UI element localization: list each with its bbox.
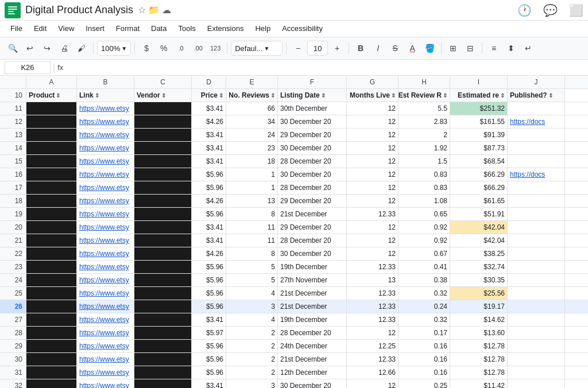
cell-j[interactable] (508, 208, 565, 220)
cell-b[interactable]: https://www.etsy (77, 102, 134, 115)
row-number[interactable]: 12 (0, 115, 26, 128)
cell-b[interactable]: https://www.etsy (77, 181, 134, 194)
search-button[interactable]: 🔍 (5, 40, 21, 56)
menu-extensions[interactable]: Extensions (202, 21, 250, 37)
cell-j[interactable] (508, 313, 565, 326)
decimal-more-button[interactable]: .00 (190, 40, 206, 56)
formula-input[interactable] (65, 61, 583, 74)
menu-insert[interactable]: Insert (80, 21, 110, 37)
header-cell-f[interactable]: Listing Date⇕ (278, 89, 347, 102)
cell-j[interactable] (508, 327, 565, 339)
row-number[interactable]: 23 (0, 261, 26, 273)
row-number[interactable]: 18 (0, 195, 26, 207)
font-name-dropdown[interactable]: Defaul... ▼ (231, 41, 283, 56)
cell-reference-input[interactable] (5, 61, 51, 74)
col-header-i[interactable]: I (450, 76, 508, 88)
font-size-dropdown[interactable]: 10 (307, 41, 328, 56)
row-number[interactable]: 22 (0, 247, 26, 260)
row-number[interactable]: 10 (0, 89, 26, 102)
col-header-c[interactable]: C (134, 76, 192, 88)
header-cell-d[interactable]: Price⇕ (192, 89, 226, 102)
cell-b[interactable]: https://www.etsy (77, 300, 134, 313)
cell-b[interactable]: https://www.etsy (77, 142, 134, 154)
valign-button[interactable]: ⬍ (503, 40, 519, 56)
cell-j[interactable] (508, 221, 565, 234)
sort-icon-d[interactable]: ⇕ (219, 92, 223, 99)
menu-format[interactable]: Format (110, 21, 145, 37)
row-number[interactable]: 24 (0, 274, 26, 286)
cell-j[interactable] (508, 353, 565, 366)
header-cell-j[interactable]: Published?⇕ (508, 89, 565, 102)
cell-b[interactable]: https://www.etsy (77, 379, 134, 388)
menu-edit[interactable]: Edit (28, 21, 52, 37)
cell-b[interactable]: https://www.etsy (77, 168, 134, 181)
row-number[interactable]: 17 (0, 181, 26, 194)
cell-b[interactable]: https://www.etsy (77, 247, 134, 260)
cell-b[interactable]: https://www.etsy (77, 287, 134, 300)
cell-b[interactable]: https://www.etsy (77, 340, 134, 352)
header-cell-i[interactable]: Estimated re⇕ (450, 89, 508, 102)
folder-icon[interactable]: 📁 (148, 5, 160, 15)
percent-button[interactable]: % (156, 40, 172, 56)
col-header-e[interactable]: E (226, 76, 278, 88)
paint-format-button[interactable]: 🖌 (74, 40, 90, 56)
decimal-less-button[interactable]: .0 (173, 40, 189, 56)
cell-b[interactable]: https://www.etsy (77, 353, 134, 366)
menu-tools[interactable]: Tools (172, 21, 201, 37)
row-number[interactable]: 26 (0, 300, 26, 313)
cell-j[interactable] (508, 102, 565, 115)
cell-j[interactable] (508, 366, 565, 379)
wrap-button[interactable]: ↵ (520, 40, 536, 56)
text-color-button[interactable]: A (404, 40, 420, 56)
row-number[interactable]: 13 (0, 129, 26, 141)
cell-j[interactable] (508, 142, 565, 154)
menu-file[interactable]: File (5, 21, 28, 37)
row-number[interactable]: 11 (0, 102, 26, 115)
star-icon[interactable]: ☆ (138, 5, 146, 15)
cell-b[interactable]: https://www.etsy (77, 115, 134, 128)
row-number[interactable]: 30 (0, 353, 26, 366)
undo-button[interactable]: ↩ (22, 40, 38, 56)
col-header-g[interactable]: G (347, 76, 399, 88)
cell-j[interactable] (508, 274, 565, 286)
row-number[interactable]: 31 (0, 366, 26, 379)
header-cell-b[interactable]: Link⇕ (77, 89, 134, 102)
header-cell-c[interactable]: Vendor⇕ (134, 89, 192, 102)
sort-icon-a[interactable]: ⇕ (56, 92, 60, 99)
row-number[interactable]: 20 (0, 221, 26, 234)
cell-j[interactable] (508, 300, 565, 313)
cell-b[interactable]: https://www.etsy (77, 366, 134, 379)
cell-j[interactable]: https://docs (508, 115, 565, 128)
strikethrough-button[interactable]: S (387, 40, 403, 56)
row-number[interactable]: 14 (0, 142, 26, 154)
align-button[interactable]: ≡ (486, 40, 502, 56)
row-number[interactable]: 29 (0, 340, 26, 352)
row-number[interactable]: 25 (0, 287, 26, 300)
cell-j[interactable]: https://docs (508, 168, 565, 181)
sort-icon-b[interactable]: ⇕ (95, 92, 99, 99)
row-number[interactable]: 15 (0, 155, 26, 168)
cell-j[interactable] (508, 181, 565, 194)
cell-j[interactable] (508, 195, 565, 207)
font-size-inc-button[interactable]: + (329, 40, 345, 56)
cell-b[interactable]: https://www.etsy (77, 221, 134, 234)
row-number[interactable]: 27 (0, 313, 26, 326)
cell-j[interactable] (508, 234, 565, 247)
cell-j[interactable] (508, 379, 565, 388)
col-header-f[interactable]: F (278, 76, 347, 88)
menu-accessibility[interactable]: Accessibility (276, 21, 328, 37)
cloud-icon[interactable]: ☁ (162, 5, 171, 15)
cell-b[interactable]: https://www.etsy (77, 274, 134, 286)
number-format-button[interactable]: 123 (207, 40, 223, 56)
col-header-h[interactable]: H (399, 76, 450, 88)
col-header-b[interactable]: B (77, 76, 134, 88)
col-header-a[interactable]: A (26, 76, 77, 88)
row-number[interactable]: 32 (0, 379, 26, 388)
fill-color-button[interactable]: 🪣 (421, 40, 438, 56)
italic-button[interactable]: I (370, 40, 386, 56)
history-icon[interactable]: 🕐 (517, 3, 532, 17)
comment-icon[interactable]: 💬 (543, 3, 558, 17)
bold-button[interactable]: B (353, 40, 369, 56)
zoom-dropdown[interactable]: 100% ▼ (97, 41, 131, 56)
sort-icon-c[interactable]: ⇕ (161, 92, 166, 99)
